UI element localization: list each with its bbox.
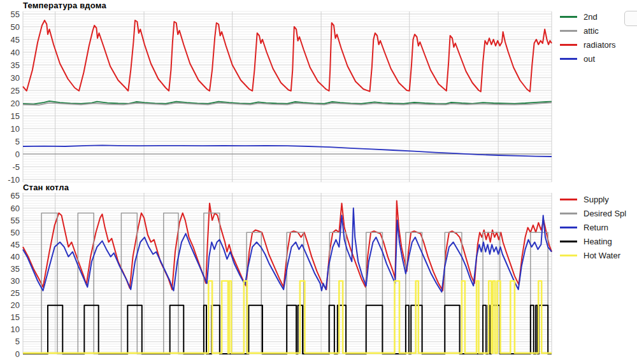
legend-line-swatch: [560, 30, 577, 32]
corner-button[interactable]: [624, 11, 637, 26]
y-tick-label: 10: [11, 124, 20, 134]
legend-item-desired-spl: Desired Spl: [560, 206, 626, 220]
y-tick-label: -10: [8, 175, 20, 185]
y-tick-label: 45: [11, 35, 20, 45]
y-tick-label: 20: [11, 300, 20, 310]
y-tick-label: 35: [11, 60, 20, 70]
temperature-chart-title: Температура вдома: [23, 1, 106, 10]
y-tick-label: 5: [15, 337, 20, 346]
legend-label: Hot Water: [583, 251, 620, 260]
series-radiators: [23, 20, 552, 92]
legend-label: out: [583, 54, 595, 64]
legend-item-heating: Heating: [560, 234, 626, 248]
legend-line-swatch: [560, 199, 577, 200]
series-supply: [23, 201, 552, 291]
legend-line-swatch: [560, 255, 577, 256]
legend-label: radiators: [583, 40, 616, 50]
y-tick-label: 50: [11, 228, 20, 237]
y-tick-label: 45: [11, 240, 20, 249]
legend-line-swatch: [560, 241, 577, 242]
legend-line-swatch: [560, 227, 577, 228]
y-tick-label: 55: [11, 216, 20, 225]
y-tick-label: -5: [12, 162, 20, 172]
y-tick-label: 5: [15, 137, 20, 146]
y-tick-label: 0: [15, 150, 20, 159]
legend-label: attic: [583, 26, 599, 36]
boiler-legend: SupplyDesired SplReturnHeatingHot Water: [560, 192, 626, 262]
y-tick-label: 35: [11, 264, 20, 274]
legend-line-swatch: [560, 16, 577, 18]
y-tick-label: 20: [11, 99, 20, 108]
boiler-chart-title: Стан котла: [23, 183, 69, 192]
y-tick-label: 15: [11, 111, 20, 121]
y-tick-label: 30: [11, 276, 20, 286]
legend-label: Desired Spl: [583, 209, 626, 218]
y-tick-label: 60: [11, 204, 20, 213]
y-tick-label: 40: [11, 48, 20, 57]
y-tick-label: 40: [11, 252, 20, 262]
legend-item-2nd: 2nd: [560, 10, 616, 24]
legend-item-out: out: [560, 52, 616, 66]
legend-item-hot-water: Hot Water: [560, 248, 626, 262]
legend-item-return: Return: [560, 220, 626, 234]
charts-dashboard: 5550454035302520151050-5-106560555045403…: [0, 0, 637, 364]
y-tick-label: 25: [11, 288, 20, 298]
legend-label: Supply: [583, 195, 609, 204]
legend-label: Heating: [583, 237, 612, 246]
legend-item-supply: Supply: [560, 192, 626, 206]
legend-line-swatch: [560, 44, 577, 46]
legend-label: Return: [583, 223, 608, 232]
legend-item-attic: attic: [560, 24, 616, 38]
y-tick-label: 30: [11, 73, 20, 83]
y-tick-label: 10: [11, 325, 20, 334]
y-tick-label: 50: [11, 22, 20, 32]
y-tick-label: 65: [11, 191, 20, 200]
legend-label: 2nd: [583, 12, 598, 22]
y-tick-label: 0: [15, 349, 20, 359]
y-tick-label: 55: [11, 10, 20, 19]
series-out: [23, 145, 552, 157]
legend-line-swatch: [560, 58, 577, 60]
legend-item-radiators: radiators: [560, 38, 616, 52]
charts-canvas[interactable]: 5550454035302520151050-5-106560555045403…: [0, 0, 637, 364]
temperature-legend: 2ndatticradiatorsout: [560, 10, 616, 66]
legend-line-swatch: [560, 213, 577, 214]
y-tick-label: 15: [11, 312, 20, 322]
y-tick-label: 25: [11, 86, 20, 95]
